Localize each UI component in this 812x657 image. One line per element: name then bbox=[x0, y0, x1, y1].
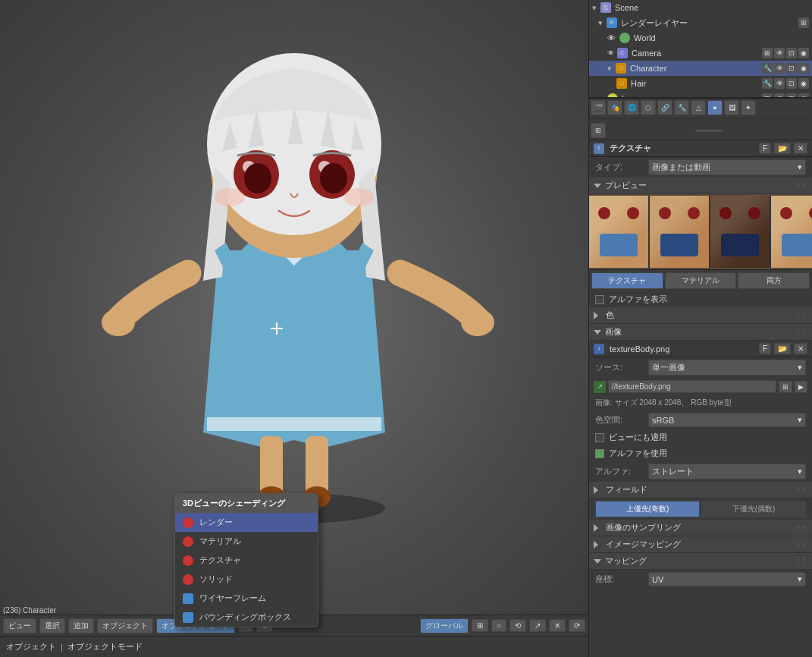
colorspace-dropdown[interactable]: sRGB ▾ bbox=[648, 413, 806, 427]
prop-texture-btn[interactable]: 🖼 bbox=[724, 100, 739, 115]
hair-render[interactable]: ⊡ bbox=[786, 78, 797, 89]
hair-restrict[interactable]: 👁 bbox=[774, 78, 785, 89]
menu-item-solid[interactable]: ソリッド bbox=[175, 570, 318, 589]
field-dots: ⋮⋮ bbox=[795, 486, 807, 493]
view-render-label: ビューにも適用 bbox=[609, 432, 667, 443]
prop-scene-btn[interactable]: 🎭 bbox=[607, 100, 622, 115]
source-dropdown[interactable]: 単一画像 ▾ bbox=[648, 360, 806, 376]
tool3-btn[interactable]: ✕ bbox=[549, 619, 566, 632]
prop-data-btn[interactable]: △ bbox=[691, 100, 706, 115]
lamp-restrict[interactable]: 👁 bbox=[774, 93, 785, 99]
scene-row-scene[interactable]: ▾ S Scene bbox=[589, 0, 812, 15]
char-lock[interactable]: ◉ bbox=[798, 63, 809, 74]
type-dropdown[interactable]: 画像または動画 ▾ bbox=[648, 159, 806, 175]
char-action-wrench[interactable]: 🔧 bbox=[762, 63, 773, 74]
image-mapping-header[interactable]: イメージマッピング ⋮⋮ bbox=[589, 536, 812, 553]
scene-expand-icon: ▾ bbox=[592, 3, 597, 13]
lamp-render[interactable]: ⊡ bbox=[786, 93, 797, 99]
coord-value: UV bbox=[652, 575, 663, 584]
image-f-btn[interactable]: F bbox=[759, 343, 771, 354]
alpha-dropdown[interactable]: ストレート ▾ bbox=[648, 464, 806, 479]
snap-btn[interactable]: ⊞ bbox=[472, 619, 488, 632]
tex-f-btn[interactable]: F bbox=[759, 143, 771, 154]
scene-row-renderlayer[interactable]: ▾ R レンダーレイヤー ⊞ bbox=[589, 15, 812, 30]
field-even-btn[interactable]: 下優先(偶数) bbox=[701, 501, 806, 517]
view-render-checkbox[interactable] bbox=[595, 433, 604, 442]
camera-restrict[interactable]: ⊡ bbox=[786, 48, 797, 58]
camera-action2[interactable]: 👁 bbox=[774, 48, 785, 58]
image-close-btn[interactable]: ✕ bbox=[794, 343, 807, 354]
camera-action1[interactable]: ⊞ bbox=[762, 48, 773, 58]
image-path-input[interactable] bbox=[608, 380, 776, 393]
shading-context-menu[interactable]: 3Dビューのシェーディング レンダー マテリアル テクスチャ ソリッド ワイヤー… bbox=[174, 493, 318, 627]
material-icon bbox=[183, 536, 193, 547]
proportional-btn[interactable]: ○ bbox=[491, 619, 506, 632]
tool4-btn[interactable]: ⟳ bbox=[569, 619, 585, 632]
prop-modifier-btn[interactable]: 🔧 bbox=[674, 100, 689, 115]
char-restrict[interactable]: 👁 bbox=[774, 63, 785, 74]
tab-material[interactable]: マテリアル bbox=[665, 272, 737, 289]
image-section-header[interactable]: 画像 ⋮⋮ bbox=[589, 324, 812, 341]
prop-constraints-btn[interactable]: 🔗 bbox=[657, 100, 672, 115]
scene-row-camera[interactable]: 👁 C Camera ⊞ 👁 ⊡ ◉ bbox=[589, 46, 812, 61]
preview-header[interactable]: プレビュー ⋮⋮ bbox=[589, 178, 812, 194]
menu-item-render[interactable]: レンダー bbox=[175, 513, 318, 532]
prop-particles-btn[interactable]: ✦ bbox=[741, 100, 756, 115]
camera-icon: C bbox=[617, 48, 628, 58]
rl-action-btn[interactable]: ⊞ bbox=[798, 17, 809, 28]
svg-point-1 bbox=[102, 309, 135, 336]
scene-row-world[interactable]: 👁 World bbox=[589, 30, 812, 46]
add-menu-btn[interactable]: 追加 bbox=[68, 618, 94, 633]
preview-label: プレビュー bbox=[605, 180, 647, 191]
render-icon bbox=[183, 517, 193, 528]
tool1-btn[interactable]: ⟲ bbox=[509, 619, 526, 632]
select-menu-btn[interactable]: 選択 bbox=[39, 618, 65, 633]
image-browse-btn[interactable]: 📂 bbox=[774, 343, 791, 354]
prop-material-btn[interactable]: ● bbox=[707, 100, 723, 115]
camera-render[interactable]: ◉ bbox=[798, 48, 809, 58]
scene-row-character[interactable]: ▾ ⬡ Character 🔧 👁 ⊡ ◉ bbox=[589, 61, 812, 76]
view-menu-btn[interactable]: ビュー bbox=[3, 618, 36, 633]
mapping-section-header[interactable]: マッピング ⋮⋮ bbox=[589, 553, 812, 570]
prop-spacer: —— bbox=[607, 122, 810, 138]
alpha-show-checkbox[interactable] bbox=[595, 295, 604, 304]
path-reload-btn[interactable]: ⊞ bbox=[779, 381, 792, 393]
scene-row-lamp[interactable]: L Lamp ⊞ 👁 ⊡ ◉ bbox=[589, 91, 812, 99]
field-odd-btn[interactable]: 上優先(奇数) bbox=[595, 501, 700, 517]
tab-both[interactable]: 両方 bbox=[738, 272, 810, 289]
camera-label: Camera bbox=[632, 49, 661, 58]
lamp-action1[interactable]: ⊞ bbox=[762, 93, 773, 99]
field-section-header[interactable]: フィールド ⋮⋮ bbox=[589, 482, 812, 498]
sampling-section-header[interactable]: 画像のサンプリング ⋮⋮ bbox=[589, 520, 812, 536]
menu-item-material[interactable]: マテリアル bbox=[175, 532, 318, 551]
tex-browse-btn[interactable]: 📂 bbox=[774, 143, 791, 154]
use-alpha-checkbox[interactable] bbox=[595, 449, 604, 458]
tool2-btn[interactable]: ↗ bbox=[529, 619, 546, 632]
hair-action1[interactable]: 🔧 bbox=[762, 78, 773, 89]
image-name: textureBody.png bbox=[610, 344, 756, 354]
menu-item-wireframe[interactable]: ワイヤーフレーム bbox=[175, 589, 318, 608]
global-btn[interactable]: グローバル bbox=[420, 618, 469, 633]
coord-arrow: ▾ bbox=[798, 574, 802, 584]
tab-texture[interactable]: テクスチャ bbox=[591, 272, 663, 289]
color-section-header[interactable]: 色 ⋮⋮ bbox=[589, 307, 812, 324]
prop-extra-btn[interactable]: ⊞ bbox=[591, 123, 606, 138]
lamp-lock[interactable]: ◉ bbox=[798, 93, 809, 99]
path-browse-btn[interactable]: ▶ bbox=[795, 381, 807, 393]
viewport[interactable]: (236) Character 3Dビューのシェーディング レンダー マテリアル… bbox=[0, 0, 588, 657]
menu-item-bounding-box[interactable]: バウンディングボックス bbox=[175, 608, 318, 627]
prop-render-btn[interactable]: 🎬 bbox=[591, 100, 606, 115]
field-section-label: フィールド bbox=[606, 484, 647, 495]
hair-lock[interactable]: ◉ bbox=[798, 78, 809, 89]
object-menu-btn[interactable]: オブジェクト bbox=[97, 618, 153, 633]
prop-world-btn[interactable]: 🌐 bbox=[624, 100, 639, 115]
prop-object-btn[interactable]: ⬡ bbox=[641, 100, 656, 115]
scene-outliner[interactable]: ▾ S Scene ▾ R レンダーレイヤー ⊞ 👁 World 👁 bbox=[589, 0, 812, 99]
right-panel-content[interactable]: タイプ: 画像または動画 ▾ プレビュー ⋮⋮ bbox=[589, 157, 812, 657]
type-arrow: ▾ bbox=[798, 162, 802, 172]
coord-dropdown[interactable]: UV ▾ bbox=[648, 572, 806, 586]
menu-item-texture[interactable]: テクスチャ bbox=[175, 551, 318, 570]
tex-close-btn[interactable]: ✕ bbox=[794, 143, 807, 154]
char-render[interactable]: ⊡ bbox=[786, 63, 797, 74]
scene-row-hair[interactable]: ⬡ Hair 🔧 👁 ⊡ ◉ bbox=[589, 76, 812, 91]
